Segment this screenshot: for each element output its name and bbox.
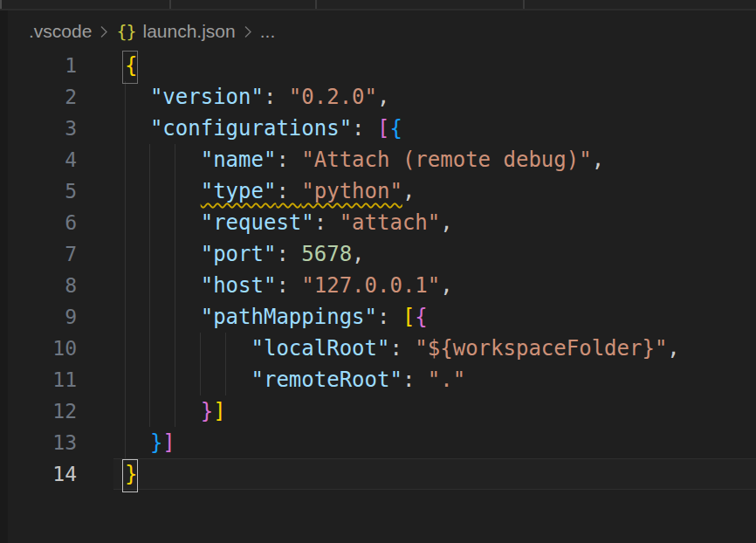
code-line[interactable]: 1{ (0, 50, 756, 81)
json-braces-icon: {} (116, 21, 135, 42)
code-token: : (377, 305, 402, 329)
matched-bracket: } (125, 462, 137, 486)
code-line-text: { (125, 50, 137, 81)
code-token: ] (213, 399, 225, 423)
code-line[interactable]: 12 }] (0, 395, 756, 427)
code-token: : (352, 116, 377, 141)
line-number[interactable]: 11 (0, 364, 77, 395)
chevron-right-icon (100, 24, 108, 39)
code-line[interactable]: 7 "port": 5678, (0, 238, 756, 270)
line-number[interactable]: 8 (0, 270, 77, 301)
line-number[interactable]: 14 (0, 458, 77, 490)
line-number[interactable]: 2 (0, 81, 77, 113)
code-token: "port" (201, 242, 277, 266)
line-number[interactable]: 9 (0, 301, 77, 333)
code-line-text: "request": "attach", (125, 207, 453, 238)
code-line[interactable]: 5 "type": "python", (0, 175, 756, 207)
code-token: : (276, 179, 301, 203)
tab-divider (315, 0, 317, 9)
tab-bar[interactable] (0, 0, 756, 9)
code-line-text: "configurations": [{ (125, 113, 402, 144)
code-line-text: }] (125, 427, 175, 458)
code-line-text: } (125, 458, 137, 490)
code-line[interactable]: 9 "pathMappings": [{ (0, 301, 756, 333)
code-token: "remoteRoot" (251, 368, 402, 392)
code-token: , (440, 273, 452, 298)
code-line-text: "type": "python", (125, 175, 415, 207)
code-line[interactable]: 11 "remoteRoot": "." (0, 364, 756, 395)
breadcrumb: .vscode {} launch.json ... (29, 18, 275, 45)
code-line-text: "localRoot": "${workspaceFolder}", (125, 333, 680, 364)
code-token: , (402, 179, 415, 203)
code-token: "pathMappings" (201, 305, 377, 329)
breadcrumb-item-folder[interactable]: .vscode (29, 21, 92, 42)
code-token: , (352, 242, 364, 266)
code-token: "host" (201, 273, 277, 298)
code-line-text: "name": "Attach (remote debug)", (125, 144, 604, 175)
code-editor[interactable]: 1{2 "version": "0.2.0",3 "configurations… (0, 50, 756, 543)
code-line-text: "pathMappings": [{ (125, 301, 428, 333)
code-token: : (389, 336, 415, 361)
code-token: "version" (150, 85, 264, 109)
line-number[interactable]: 6 (0, 207, 77, 238)
code-token: "127.0.0.1" (301, 273, 440, 298)
code-token: "0.2.0" (289, 85, 377, 109)
code-line[interactable]: 8 "host": "127.0.0.1", (0, 270, 756, 301)
code-token: ] (162, 430, 175, 455)
code-token: "request" (201, 210, 314, 235)
tab-bar-border (0, 9, 756, 10)
code-line-text: "remoteRoot": "." (125, 364, 465, 395)
line-number[interactable]: 5 (0, 175, 77, 207)
chevron-right-icon (244, 24, 252, 39)
code-line-text: "host": "127.0.0.1", (125, 270, 453, 301)
breadcrumb-item-file[interactable]: {} launch.json (116, 21, 235, 42)
code-line[interactable]: 3 "configurations": [{ (0, 113, 756, 144)
breadcrumb-item-symbol[interactable]: ... (260, 21, 276, 42)
line-number[interactable]: 3 (0, 113, 77, 144)
code-line-text: "port": 5678, (125, 238, 365, 270)
code-token: [ (402, 305, 415, 329)
code-token: , (377, 85, 389, 109)
tab-divider (169, 0, 171, 9)
line-number[interactable]: 10 (0, 333, 77, 364)
code-token: "${workspaceFolder}" (415, 336, 667, 361)
code-token: "configurations" (150, 116, 352, 141)
code-line[interactable]: 6 "request": "attach", (0, 207, 756, 238)
code-token: , (667, 336, 679, 361)
code-token: "." (428, 368, 465, 392)
code-token: : (276, 273, 301, 298)
line-number[interactable]: 13 (0, 427, 77, 458)
code-line[interactable]: 10 "localRoot": "${workspaceFolder}", (0, 333, 756, 364)
line-number[interactable]: 7 (0, 238, 77, 270)
window-left-edge (0, 0, 2, 9)
code-token: } (150, 430, 162, 455)
matched-bracket: { (125, 53, 137, 78)
code-token: [ (377, 116, 389, 141)
code-token: : (314, 210, 340, 235)
code-token: "localRoot" (251, 336, 390, 361)
code-token: : (402, 368, 428, 392)
code-token: , (592, 148, 604, 172)
line-number[interactable]: 12 (0, 395, 77, 427)
code-token: : (264, 85, 289, 109)
tab-divider (523, 0, 525, 9)
code-token: "python" (301, 179, 402, 203)
code-token: } (201, 399, 213, 423)
code-token: { (389, 116, 402, 141)
code-token: : (276, 148, 301, 172)
code-line[interactable]: 14} (0, 458, 756, 490)
code-line-text: "version": "0.2.0", (125, 81, 389, 113)
code-token: "attach" (340, 210, 441, 235)
code-token: "Attach (remote debug)" (301, 148, 591, 172)
breadcrumb-file-label: launch.json (142, 21, 235, 42)
code-line[interactable]: 4 "name": "Attach (remote debug)", (0, 144, 756, 175)
code-line[interactable]: 13 }] (0, 427, 756, 458)
code-token: : (276, 242, 301, 266)
code-token: , (440, 210, 452, 235)
code-line[interactable]: 2 "version": "0.2.0", (0, 81, 756, 113)
code-line-text: }] (125, 395, 226, 427)
line-number[interactable]: 1 (0, 50, 77, 81)
line-number[interactable]: 4 (0, 144, 77, 175)
code-token: "name" (201, 148, 277, 172)
code-token: { (415, 305, 427, 329)
